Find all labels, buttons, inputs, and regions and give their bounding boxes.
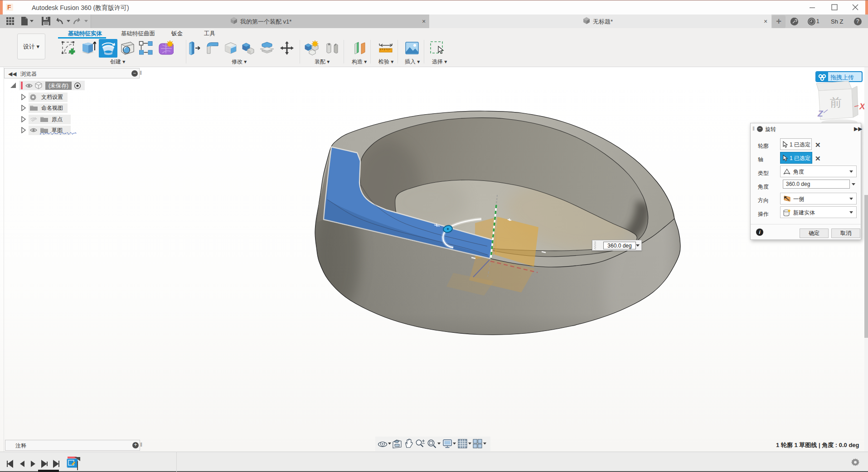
svg-text:Z: Z bbox=[817, 109, 824, 118]
svg-text:前: 前 bbox=[830, 96, 842, 109]
